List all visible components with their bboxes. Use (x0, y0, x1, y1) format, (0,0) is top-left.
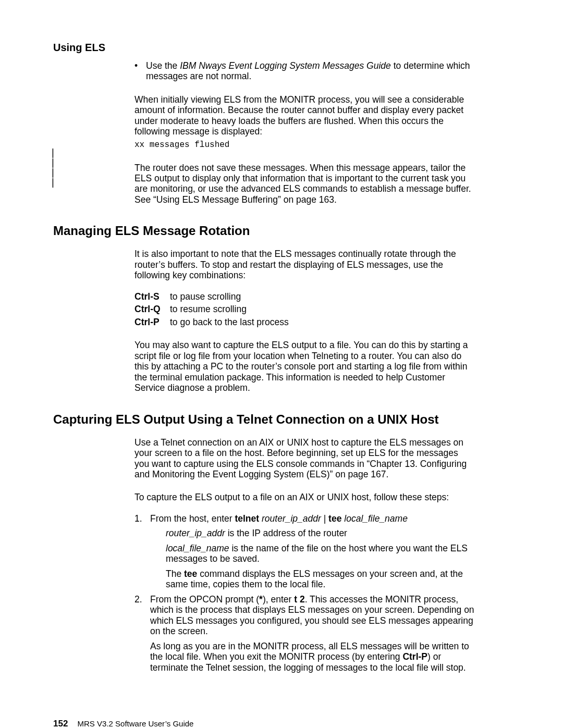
list-item: 1. From the host, enter telnet router_ip… (134, 513, 474, 590)
body-column-3: Use a Telnet connection on an AIX or UNI… (134, 437, 474, 673)
code-sample: xx messages flushed (134, 140, 474, 150)
list-number: 2. (134, 594, 150, 673)
change-bar: |||| (50, 147, 51, 187)
running-header: Using ELS (53, 42, 105, 54)
paragraph: To capture the ELS output to a file on a… (134, 492, 474, 502)
key-term: Ctrl-P (134, 317, 170, 327)
page-number: 152 (53, 719, 68, 728)
page-footer: 152 MRS V3.2 Software User’s Guide (53, 719, 193, 728)
step1-cmd: From the host, enter telnet router_ip_ad… (150, 513, 474, 524)
paragraph: You may also want to capture the ELS out… (134, 340, 474, 393)
body-column-2: It is also important to note that the EL… (134, 249, 474, 393)
step1-sub3: The tee command displays the ELS message… (166, 569, 474, 590)
heading-rotation: Managing ELS Message Rotation (53, 224, 474, 238)
footer-title: MRS V3.2 Software User’s Guide (78, 719, 194, 728)
ordered-list: 1. From the host, enter telnet router_ip… (134, 513, 474, 673)
heading-capture: Capturing ELS Output Using a Telnet Conn… (53, 412, 474, 427)
list-body: From the OPCON prompt (*), enter t 2. Th… (150, 594, 474, 673)
step1-sub1: router_ip_addr is the IP address of the … (166, 528, 474, 538)
key-desc: to go back to the last process (170, 317, 289, 327)
key-row: Ctrl-Q to resume scrolling (134, 304, 474, 314)
paragraph: The router does not save these messages.… (134, 163, 474, 205)
bullet-item: • Use the IBM Nways Event Logging System… (134, 60, 474, 82)
paragraph: It is also important to note that the EL… (134, 249, 474, 280)
bullet-marker: • (134, 60, 146, 82)
step2-sub: As long as you are in the MONITR process… (150, 641, 474, 673)
list-number: 1. (134, 513, 150, 590)
key-row: Ctrl-S to pause scrolling (134, 291, 474, 302)
paragraph: When initially viewing ELS from the MONI… (134, 94, 474, 137)
step2-main: From the OPCON prompt (*), enter t 2. Th… (150, 594, 474, 637)
key-term: Ctrl-S (134, 291, 170, 302)
key-desc: to pause scrolling (170, 291, 241, 302)
key-list: Ctrl-S to pause scrolling Ctrl-Q to resu… (134, 291, 474, 327)
bullet-text: Use the IBM Nways Event Logging System M… (146, 60, 474, 82)
paragraph: Use a Telnet connection on an AIX or UNI… (134, 437, 474, 480)
key-term: Ctrl-Q (134, 304, 170, 314)
page: Using ELS |||| • Use the IBM Nways Event… (0, 0, 563, 728)
key-desc: to resume scrolling (170, 304, 247, 314)
step1-sub2: local_file_name is the name of the file … (166, 543, 474, 564)
key-row: Ctrl-P to go back to the last process (134, 317, 474, 327)
body-column-1: • Use the IBM Nways Event Logging System… (134, 60, 474, 205)
list-body: From the host, enter telnet router_ip_ad… (150, 513, 474, 590)
list-item: 2. From the OPCON prompt (*), enter t 2.… (134, 594, 474, 673)
